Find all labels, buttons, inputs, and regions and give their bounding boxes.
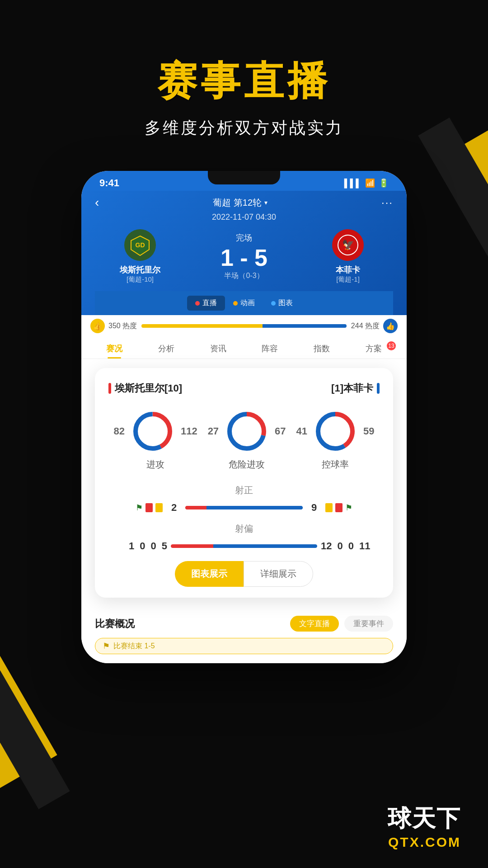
match-date: 2022-11-07 04:30 [95,212,393,222]
thumbs-up-right-icon[interactable]: 👍 [383,319,398,333]
shot-on-target-section: 射正 ⚑ 2 9 [108,484,380,514]
heat-left-text: 350 热度 [108,321,137,331]
nav-tab-index[interactable]: 指数 [296,337,348,359]
nav-tab-analysis[interactable]: 分析 [141,337,192,359]
match-status: 完场 [236,232,252,243]
svg-text:GD: GD [136,241,145,249]
half-score: 半场（0-3） [224,271,263,281]
nav-tab-index-label: 指数 [314,344,330,353]
shot-off-r1: 12 [321,540,332,552]
match-header: ‹ 葡超 第12轮 ▾ ··· 2022-11-07 04:30 GD [81,191,407,315]
shot-off-l1: 1 [129,540,134,552]
match-league: 葡超 第12轮 ▾ [213,197,267,209]
nav-tab-lineup[interactable]: 阵容 [244,337,296,359]
tab-animation[interactable]: 动画 [225,296,263,311]
team-left-logo: GD [124,229,156,261]
brand-url: QTX.COM [388,835,461,850]
nav-tab-match[interactable]: 赛况 [89,337,141,359]
overview-buttons: 文字直播 重要事件 [290,616,393,632]
stats-buttons: 图表展示 详细展示 [108,561,380,587]
brand-name: 球天下 [388,803,461,835]
thumbs-up-left-icon[interactable]: 👍 [90,319,105,333]
overview-header: 比赛概况 文字直播 重要事件 [95,616,393,632]
yellow-card-right-icon [325,503,333,512]
red-card-left-icon [145,503,153,512]
chart-display-button[interactable]: 图表展示 [175,561,244,587]
shot-off-bar [171,544,317,548]
possession-val-left: 41 [296,425,307,437]
more-button[interactable]: ··· [381,196,393,209]
heat-right: 244 热度 👍 [351,319,398,333]
shot-right-icons: ⚑ [325,503,380,513]
team-right-name: 本菲卡 [336,264,360,275]
stats-header: 埃斯托里尔[10] [1]本菲卡 [108,382,380,395]
shot-off-row: 1 0 0 5 12 0 0 1 [108,540,380,552]
svg-text:🦅: 🦅 [342,239,355,251]
chevron-down-icon: ▾ [264,199,267,206]
chart-attack-vals: 82 112 [113,409,197,454]
shot-off-left-nums: 1 0 0 5 [108,540,167,552]
plan-badge: 13 [387,341,396,350]
attack-label: 进攻 [146,458,164,471]
possession-val-right: 59 [363,425,374,437]
detail-display-button[interactable]: 详细展示 [244,561,313,587]
shot-off-l4: 5 [162,540,167,552]
back-button[interactable]: ‹ [95,195,99,210]
tab-live[interactable]: 直播 [187,296,225,311]
tab-live-label: 直播 [202,298,217,308]
red-card-right-icon [335,503,343,512]
charts-row: 82 112 进攻 [108,409,380,471]
overview-title: 比赛概况 [95,617,135,631]
attack-val-right: 112 [181,425,197,437]
team-right: 🦅 本菲卡 [葡超-1] [307,229,389,284]
heat-right-text: 244 热度 [351,321,380,331]
signal-icon: ▌▌▌ [344,179,361,188]
score-center: 完场 1 - 5 半场（0-3） [221,232,267,281]
anim-dot-icon [233,301,238,306]
nav-tab-plan[interactable]: 方案 13 [347,337,399,359]
danger-label: 危险进攻 [229,458,265,471]
shot-off-target-title: 射偏 [108,523,380,535]
battery-icon: 🔋 [379,178,389,188]
nav-tab-news-label: 资讯 [210,344,226,353]
stats-team-right: [1]本菲卡 [331,382,380,395]
shot-on-target-row: ⚑ 2 9 ⚑ [108,502,380,514]
nav-tab-news[interactable]: 资讯 [192,337,244,359]
danger-val-right: 67 [275,425,286,437]
shot-left-icons: ⚑ [108,503,163,513]
heat-fill-left [141,324,263,328]
shot-off-r4: 11 [359,540,370,552]
possession-donut [313,409,358,454]
possession-label: 控球率 [322,458,349,471]
left-color-bar-icon [108,383,111,394]
hero-subtitle: 多维度分析双方对战实力 [145,117,343,139]
attack-val-left: 82 [113,425,124,437]
match-nav: ‹ 葡超 第12轮 ▾ ··· [95,195,393,210]
team-left-rank: [葡超-10] [127,275,154,284]
chart-possession-vals: 41 59 [296,409,375,454]
phone-mockup: 9:41 ▌▌▌ 📶 🔋 ‹ 葡超 第12轮 ▾ ··· 2022-11-07 … [81,171,407,663]
nav-tab-analysis-label: 分析 [158,344,174,353]
shot-on-left-num: 2 [167,502,181,514]
live-dot-icon [195,301,200,306]
nav-tab-plan-label: 方案 [366,344,382,353]
danger-val-left: 27 [208,425,219,437]
text-live-button[interactable]: 文字直播 [290,616,339,632]
important-events-button[interactable]: 重要事件 [344,616,393,632]
team-right-rank: [葡超-1] [336,275,360,284]
chart-attack: 82 112 进攻 [113,409,197,471]
chart-danger: 27 67 危险进攻 [208,409,286,471]
tab-anim-label: 动画 [240,298,255,308]
match-score-area: GD 埃斯托里尔 [葡超-10] 完场 1 - 5 半场（0-3） � [95,229,393,291]
match-score: 1 - 5 [221,246,267,269]
stats-team-left-name: 埃斯托里尔[10] [115,382,182,395]
match-result-tag: ⚑ 比赛结束 1-5 [95,638,393,654]
shot-on-bar [185,506,303,509]
danger-donut [224,409,269,454]
shot-on-target-title: 射正 [108,484,380,496]
tab-chart[interactable]: 图表 [263,296,301,311]
shot-on-right-num: 9 [307,502,321,514]
shot-off-r2: 0 [337,540,343,552]
wifi-icon: 📶 [365,178,375,188]
stats-team-left: 埃斯托里尔[10] [108,382,182,395]
